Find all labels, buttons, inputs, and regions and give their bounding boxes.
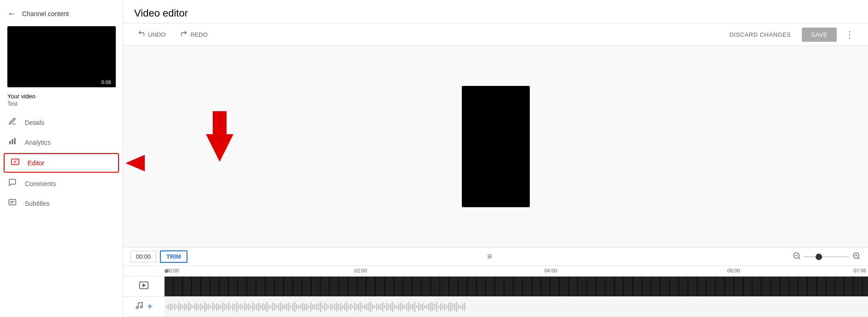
svg-rect-105 <box>338 304 339 310</box>
svg-rect-79 <box>286 304 287 310</box>
svg-rect-55 <box>238 305 239 309</box>
editor-icon <box>10 158 20 168</box>
video-title: Your video <box>7 93 115 100</box>
svg-rect-68 <box>264 304 265 310</box>
svg-rect-141 <box>410 305 411 309</box>
svg-rect-74 <box>276 305 277 309</box>
svg-rect-91 <box>310 302 311 311</box>
svg-rect-149 <box>426 305 427 309</box>
svg-rect-93 <box>314 305 315 309</box>
video-track-content[interactable] <box>165 277 868 296</box>
svg-rect-160 <box>448 303 449 311</box>
zoom-out-icon[interactable] <box>793 252 801 262</box>
main-content: Video editor UNDO REDO DISCARD CHANGES S… <box>123 0 868 317</box>
trim-button[interactable]: TRIM <box>160 250 187 263</box>
add-audio-button[interactable]: + <box>147 301 153 312</box>
svg-rect-130 <box>388 304 389 310</box>
svg-rect-102 <box>332 305 333 309</box>
svg-rect-63 <box>254 305 255 309</box>
svg-rect-67 <box>262 303 263 311</box>
svg-rect-49 <box>227 305 227 309</box>
svg-rect-52 <box>233 303 233 311</box>
svg-rect-29 <box>187 305 187 309</box>
back-button[interactable]: ← Channel content <box>0 4 123 26</box>
svg-rect-143 <box>414 302 415 312</box>
sidebar-item-details[interactable]: Details <box>0 113 123 132</box>
svg-rect-97 <box>322 305 323 309</box>
svg-rect-62 <box>252 302 253 311</box>
channel-content-label: Channel content <box>22 10 69 17</box>
sidebar-item-comments[interactable]: Comments <box>0 174 123 193</box>
timeline-controls: 00:00 TRIM ≡ <box>123 247 868 266</box>
down-arrow-annotation <box>206 111 233 162</box>
back-arrow-icon: ← <box>7 8 17 19</box>
svg-rect-42 <box>212 303 213 311</box>
sidebar-item-subtitles[interactable]: Subtitles <box>0 193 123 213</box>
svg-rect-158 <box>444 304 445 310</box>
svg-line-9 <box>798 257 800 259</box>
svg-rect-167 <box>462 304 463 310</box>
sidebar-item-editor[interactable]: Editor <box>4 153 119 173</box>
svg-rect-36 <box>200 303 201 311</box>
svg-rect-88 <box>304 304 305 310</box>
ruler-mark-0: 00:00 <box>166 268 179 273</box>
svg-rect-123 <box>374 306 375 308</box>
svg-rect-133 <box>394 305 395 309</box>
svg-rect-116 <box>360 302 361 311</box>
page-header: Video editor <box>123 0 868 23</box>
svg-rect-108 <box>344 303 345 311</box>
save-button[interactable]: SAVE <box>802 28 837 42</box>
discard-changes-button[interactable]: DISCARD CHANGES <box>724 28 796 41</box>
svg-rect-127 <box>382 302 383 311</box>
video-duration: 0:08 <box>100 79 113 85</box>
svg-rect-22 <box>172 305 173 309</box>
zoom-controls <box>793 252 861 262</box>
undo-button[interactable]: UNDO <box>134 28 169 41</box>
svg-rect-168 <box>464 303 465 311</box>
svg-rect-109 <box>346 302 347 312</box>
audio-track-content[interactable]: // Generate waveform bars inline via SVG… <box>165 297 868 317</box>
timeline-center: ≡ <box>191 252 789 261</box>
svg-rect-89 <box>306 303 307 311</box>
redo-button[interactable]: REDO <box>176 28 211 41</box>
svg-rect-103 <box>335 304 335 310</box>
more-options-button[interactable]: ⋮ <box>842 27 857 42</box>
svg-rect-38 <box>204 302 205 312</box>
svg-rect-61 <box>250 306 251 308</box>
zoom-in-icon[interactable] <box>852 252 861 262</box>
ruler-marks-area: 00:00 02:00 04:00 06:00 07:06 <box>165 266 868 276</box>
video-info: Your video Test <box>0 91 123 113</box>
subtitles-icon <box>7 198 17 209</box>
svg-rect-161 <box>450 302 451 311</box>
svg-rect-137 <box>402 304 403 310</box>
svg-rect-120 <box>368 303 369 311</box>
comments-icon <box>7 178 17 189</box>
subtitles-label: Subtitles <box>25 200 50 207</box>
svg-rect-45 <box>218 304 219 310</box>
svg-rect-164 <box>456 302 457 312</box>
details-label: Details <box>25 119 45 126</box>
svg-rect-96 <box>320 302 321 312</box>
svg-rect-28 <box>184 303 185 311</box>
svg-rect-147 <box>422 303 423 311</box>
undo-label: UNDO <box>148 31 165 38</box>
svg-rect-51 <box>230 306 231 308</box>
svg-rect-148 <box>424 305 425 309</box>
svg-rect-152 <box>432 303 433 311</box>
svg-rect-84 <box>296 304 297 310</box>
svg-rect-162 <box>452 304 453 310</box>
video-preview <box>462 86 530 207</box>
sidebar-item-analytics[interactable]: Analytics <box>0 132 123 152</box>
svg-rect-129 <box>386 303 387 311</box>
svg-rect-165 <box>458 305 459 309</box>
svg-rect-35 <box>199 305 199 309</box>
svg-rect-121 <box>370 302 371 312</box>
svg-rect-0 <box>9 141 11 144</box>
zoom-slider[interactable] <box>804 256 850 257</box>
sidebar: ← Channel content 0:08 Your video Test D… <box>0 0 123 317</box>
video-subtitle: Test <box>7 101 115 107</box>
svg-rect-60 <box>248 303 249 311</box>
video-track-icon-area <box>123 280 165 293</box>
svg-rect-24 <box>176 306 177 308</box>
svg-point-17 <box>136 306 138 309</box>
